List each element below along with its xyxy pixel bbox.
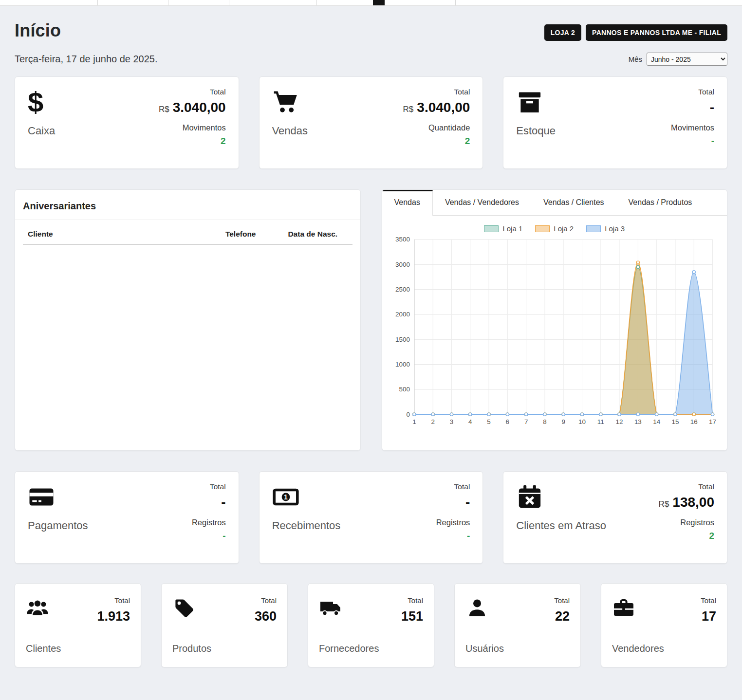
tag-icon: [172, 596, 196, 620]
tab-vendas-vendedores[interactable]: Vendas / Vendedores: [433, 190, 531, 215]
card-title: Vendas: [272, 125, 308, 137]
total-value: -: [710, 100, 714, 115]
aniversariantes-card: Aniversariantes Cliente Telefone Data de…: [15, 189, 361, 451]
svg-text:1: 1: [412, 418, 416, 425]
current-date: Terça-feira, 17 de junho de 2025.: [15, 54, 158, 65]
svg-text:4: 4: [468, 418, 472, 425]
svg-text:2500: 2500: [395, 286, 409, 293]
menubar-divider: [168, 0, 168, 5]
total-label: Total: [97, 596, 130, 605]
card-title: Vendedores: [612, 643, 664, 654]
store-badges: LOJA 2 PANNOS E PANNOS LTDA ME - FILIAL: [544, 24, 727, 41]
produtos-card: Total 360 Produtos: [161, 583, 288, 667]
svg-text:1500: 1500: [395, 336, 409, 343]
svg-text:1000: 1000: [395, 361, 409, 368]
sub-value: -: [671, 136, 714, 147]
month-select[interactable]: Junho - 2025: [647, 53, 727, 66]
estoque-card: Estoque Total - Movimentos -: [503, 76, 727, 169]
sub-label: Movimentos: [671, 123, 714, 132]
svg-text:15: 15: [671, 418, 679, 425]
svg-text:0: 0: [406, 411, 409, 418]
menubar-divider: [97, 0, 98, 5]
svg-text:13: 13: [634, 418, 641, 425]
svg-text:14: 14: [653, 418, 660, 425]
total-label: Total: [554, 596, 570, 605]
card-title: Produtos: [172, 643, 211, 654]
total-label: Total: [671, 88, 714, 96]
card-title: Clientes: [26, 643, 61, 654]
legend-item-loja1[interactable]: Loja 1: [484, 224, 522, 233]
sub-value: -: [192, 531, 226, 541]
month-filter: Mês Junho - 2025: [629, 53, 727, 66]
tab-vendas-produtos[interactable]: Vendas / Produtos: [616, 190, 705, 215]
svg-text:3500: 3500: [395, 236, 409, 243]
svg-text:10: 10: [578, 418, 586, 425]
sales-tabs: Vendas Vendas / Vendedores Vendas / Clie…: [382, 190, 727, 216]
svg-text:500: 500: [399, 386, 409, 393]
chart-legend: Loja 1 Loja 2 Loja 3: [391, 224, 719, 233]
sub-label: Movimentos: [159, 123, 226, 132]
svg-text:7: 7: [524, 418, 527, 425]
menubar-divider: [316, 0, 317, 5]
legend-swatch-loja2: [535, 225, 550, 232]
sub-value: 2: [159, 136, 226, 147]
menubar-divider: [229, 0, 229, 5]
total-label: Total: [401, 596, 423, 605]
box-icon: [516, 89, 543, 116]
svg-text:16: 16: [690, 418, 697, 425]
legend-item-loja2[interactable]: Loja 2: [535, 224, 574, 233]
briefcase-icon: [612, 596, 635, 620]
dollar-icon: $: [28, 89, 55, 116]
total-label: Total: [436, 482, 470, 491]
svg-text:3000: 3000: [395, 261, 409, 268]
legend-item-loja3[interactable]: Loja 3: [586, 224, 625, 233]
top-menubar[interactable]: [0, 0, 742, 6]
total-label: Total: [255, 596, 277, 605]
currency-prefix: R$: [159, 105, 169, 114]
legend-swatch-loja3: [586, 225, 601, 232]
total-label: Total: [192, 482, 226, 491]
total-value: 151: [401, 609, 423, 624]
svg-text:6: 6: [505, 418, 509, 425]
tab-vendas[interactable]: Vendas: [382, 190, 433, 216]
sub-value: 2: [659, 531, 714, 541]
currency-prefix: R$: [403, 105, 414, 114]
store-badge[interactable]: LOJA 2: [544, 24, 581, 41]
finance-row: Pagamentos Total - Registros - 1 Recebim…: [15, 471, 727, 564]
middle-row: Aniversariantes Cliente Telefone Data de…: [15, 189, 727, 451]
sub-label: Registros: [436, 518, 470, 527]
svg-text:11: 11: [597, 418, 604, 425]
menubar-divider: [455, 0, 456, 5]
clientes-em-atraso-card: Clientes em Atraso Total R$138,00 Regist…: [503, 471, 727, 564]
total-label: Total: [701, 596, 716, 605]
svg-text:2000: 2000: [395, 311, 409, 318]
tab-vendas-clientes[interactable]: Vendas / Clientes: [531, 190, 616, 215]
summary-row: $ Caixa Total R$3.040,00 Movimentos 2 Ve…: [15, 76, 727, 169]
svg-text:3: 3: [449, 418, 453, 425]
company-badge[interactable]: PANNOS E PANNOS LTDA ME - FILIAL: [586, 24, 727, 41]
total-value: 17: [701, 609, 716, 624]
total-value: -: [465, 495, 470, 510]
total-value: 3.040,00: [173, 100, 226, 115]
user-icon: [465, 596, 489, 620]
usuarios-card: Total 22 Usuários: [454, 583, 581, 667]
svg-text:2: 2: [431, 418, 434, 425]
total-value: 1.913: [97, 609, 130, 624]
sub-label: Registros: [192, 518, 226, 527]
total-value: -: [221, 495, 225, 510]
truck-icon: [319, 596, 342, 620]
sub-value: 2: [403, 136, 470, 147]
currency-prefix: R$: [659, 499, 669, 509]
total-label: Total: [659, 482, 714, 491]
card-title: Caixa: [28, 125, 55, 137]
total-value: 138,00: [672, 495, 714, 510]
column-header-cliente: Cliente: [23, 224, 221, 245]
svg-text:1: 1: [284, 493, 288, 501]
card-title: Usuários: [465, 643, 504, 654]
aniversariantes-table: Cliente Telefone Data de Nasc.: [23, 224, 352, 245]
vendas-card: Vendas Total R$3.040,00 Quantidade 2: [259, 76, 483, 169]
legend-label: Loja 2: [554, 224, 574, 233]
page-header: Início LOJA 2 PANNOS E PANNOS LTDA ME - …: [15, 20, 727, 41]
page-title: Início: [15, 20, 61, 41]
menubar-active-item[interactable]: [373, 0, 385, 5]
